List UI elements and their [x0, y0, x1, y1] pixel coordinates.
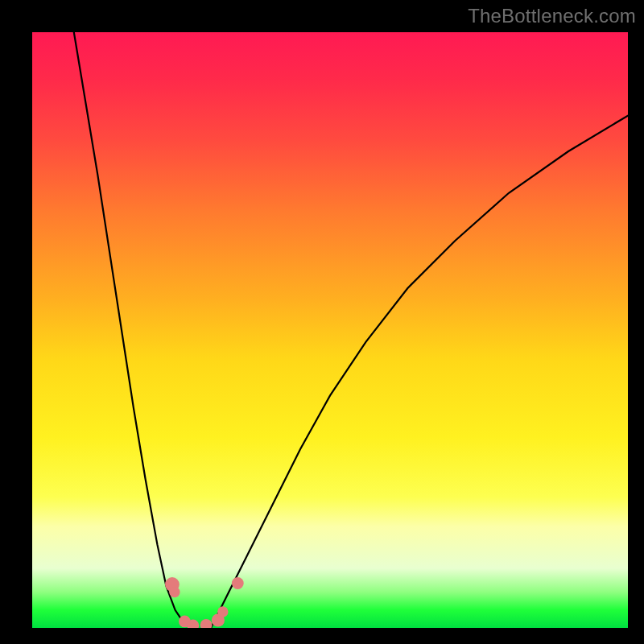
data-marker — [169, 587, 180, 597]
data-marker — [232, 577, 244, 589]
left-curve — [74, 32, 193, 628]
data-marker — [200, 619, 213, 628]
plot-area — [32, 32, 628, 628]
data-marker — [217, 606, 228, 617]
right-curve — [211, 116, 628, 628]
watermark-label: TheBottleneck.com — [468, 5, 636, 27]
chart-svg — [32, 32, 628, 628]
chart-frame: TheBottleneck.com — [0, 0, 644, 644]
